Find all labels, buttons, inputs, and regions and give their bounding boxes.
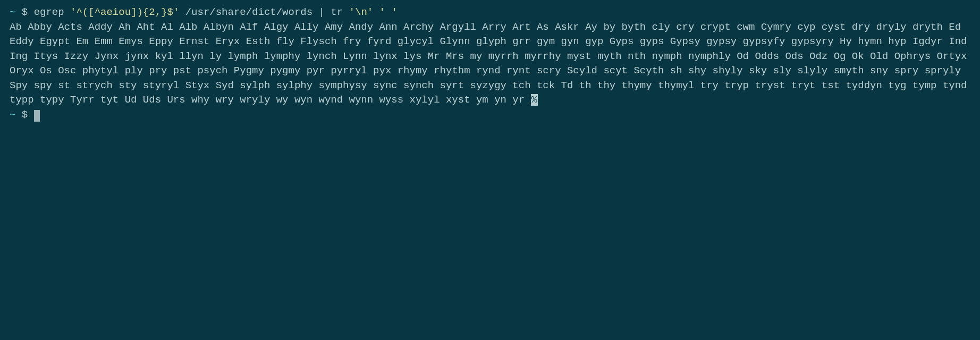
cmd-arg2: ' ' (379, 6, 398, 18)
terminal-window[interactable]: ~ $ egrep '^([^aeiou]){2,}$' /usr/share/… (10, 5, 970, 122)
prompt-line-2: ~ $ (10, 109, 34, 121)
prompt-line-1: ~ $ (10, 6, 34, 18)
cmd-arg1: '\n' (349, 6, 374, 18)
cmd-regex: '^([^aeiou]){2,}$' (70, 6, 179, 18)
prompt-dollar: $ (22, 109, 28, 121)
cmd-pipe: | (319, 6, 325, 18)
command-output: Ab Abby Acts Addy Ah Aht Al Alb Albyn Al… (10, 21, 973, 106)
prompt-tilde: ~ (10, 109, 15, 121)
command-line: egrep '^([^aeiou]){2,}$' /usr/share/dict… (34, 6, 398, 18)
prompt-dollar: $ (22, 6, 28, 18)
cmd-egrep: egrep (34, 6, 64, 18)
prompt-tilde: ~ (10, 6, 15, 18)
cmd-tr: tr (331, 6, 343, 18)
cmd-file: /usr/share/dict/words (185, 6, 312, 18)
eol-marker-icon: % (531, 94, 538, 106)
cursor-icon (34, 110, 40, 122)
